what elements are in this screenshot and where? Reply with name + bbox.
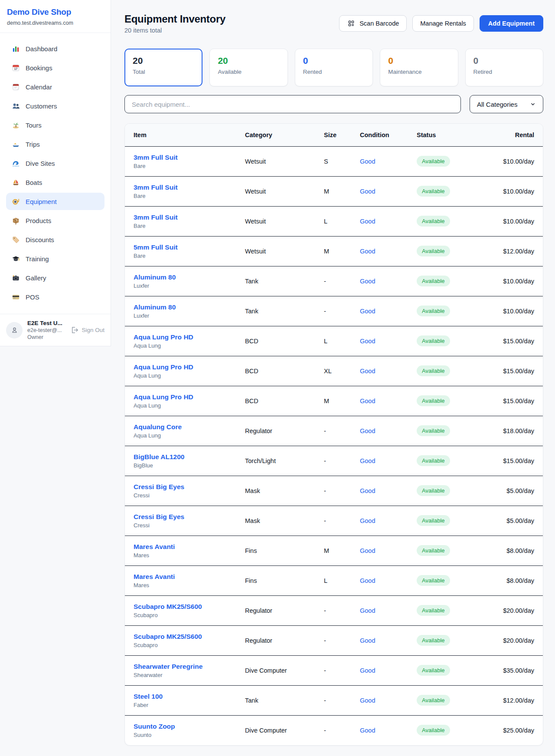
item-name-link[interactable]: Scubapro MK25/S600: [134, 633, 245, 641]
item-brand: Luxfer: [134, 312, 245, 319]
nav-item-label: Gallery: [26, 274, 46, 282]
item-condition[interactable]: Good: [360, 727, 375, 734]
item-brand: Bare: [134, 163, 245, 169]
item-condition[interactable]: Good: [360, 697, 375, 704]
item-name-link[interactable]: 5mm Full Suit: [134, 243, 245, 251]
manage-rentals-button[interactable]: Manage Rentals: [412, 15, 474, 32]
sidebar-item-boats[interactable]: Boats: [6, 174, 104, 191]
sidebar-item-dive-sites[interactable]: Dive Sites: [6, 154, 104, 172]
sidebar-item-training[interactable]: Training: [6, 250, 104, 267]
item-condition[interactable]: Good: [360, 487, 375, 494]
item-condition[interactable]: Good: [360, 278, 375, 285]
item-brand: BigBlue: [134, 462, 245, 469]
item-condition[interactable]: Good: [360, 427, 375, 434]
tag-icon: [11, 235, 20, 244]
item-rental-rate: $5.00/day: [484, 506, 543, 536]
sidebar-item-calendar[interactable]: Calendar: [6, 78, 104, 95]
status-badge: Available: [417, 395, 450, 406]
item-name-link[interactable]: Suunto Zoop: [134, 723, 245, 730]
item-name-link[interactable]: Mares Avanti: [134, 543, 245, 551]
column-header-item: Item: [125, 124, 245, 146]
item-name-link[interactable]: Aluminum 80: [134, 273, 245, 281]
item-brand: Aqua Lung: [134, 432, 245, 439]
item-name-link[interactable]: 3mm Full Suit: [134, 214, 245, 221]
item-name-link[interactable]: Aqua Lung Pro HD: [134, 393, 245, 401]
item-rental-rate: $20.00/day: [484, 625, 543, 655]
item-name-link[interactable]: Aqualung Core: [134, 423, 245, 431]
stat-card-total[interactable]: 20 Total: [124, 49, 202, 86]
equipment-inventory-page: Demo Dive Shop demo.test.divestreams.com…: [0, 0, 555, 756]
scan-barcode-button[interactable]: Scan Barcode: [339, 15, 407, 32]
item-name-link[interactable]: 3mm Full Suit: [134, 154, 245, 161]
item-name-link[interactable]: Aqua Lung Pro HD: [134, 363, 245, 371]
item-condition[interactable]: Good: [360, 607, 375, 614]
item-condition[interactable]: Good: [360, 368, 375, 375]
item-rental-rate: $15.00/day: [484, 326, 543, 356]
item-condition[interactable]: Good: [360, 667, 375, 674]
item-name-link[interactable]: Cressi Big Eyes: [134, 483, 245, 491]
item-category: Regulator: [245, 625, 324, 655]
item-category: BCD: [245, 386, 324, 416]
sidebar-item-equipment[interactable]: Equipment: [6, 193, 104, 210]
item-name-link[interactable]: Aqua Lung Pro HD: [134, 333, 245, 341]
stat-card-retired[interactable]: 0 Retired: [465, 49, 543, 86]
island-icon: [11, 121, 20, 129]
item-size: -: [324, 416, 360, 446]
sidebar-item-dashboard[interactable]: Dashboard: [6, 40, 104, 57]
sidebar-item-customers[interactable]: Customers: [6, 97, 104, 115]
sidebar-item-trips[interactable]: Trips: [6, 135, 104, 153]
nav-item-label: Bookings: [26, 64, 52, 72]
stat-label: Total: [133, 69, 194, 75]
item-condition[interactable]: Good: [360, 338, 375, 345]
stat-card-available[interactable]: 20 Available: [209, 49, 287, 86]
add-equipment-button[interactable]: Add Equipment: [480, 15, 543, 32]
sidebar-item-bookings[interactable]: 17 Bookings: [6, 59, 104, 76]
stat-value: 0: [303, 56, 365, 66]
column-header-category: Category: [245, 124, 324, 146]
item-name-link[interactable]: Shearwater Peregrine: [134, 663, 245, 671]
sidebar-item-gallery[interactable]: Gallery: [6, 269, 104, 286]
search-input[interactable]: [124, 95, 461, 113]
sidebar-item-pos[interactable]: POS: [6, 288, 104, 306]
sidebar-item-tours[interactable]: Tours: [6, 116, 104, 134]
item-category: Wetsuit: [245, 146, 324, 176]
item-condition[interactable]: Good: [360, 188, 375, 195]
sidebar-item-products[interactable]: Products: [6, 212, 104, 229]
stat-label: Maintenance: [388, 69, 450, 75]
item-condition[interactable]: Good: [360, 248, 375, 255]
item-condition[interactable]: Good: [360, 218, 375, 225]
stat-label: Available: [218, 69, 279, 75]
item-condition[interactable]: Good: [360, 308, 375, 315]
item-name-link[interactable]: 3mm Full Suit: [134, 184, 245, 191]
table-row: Suunto Zoop Suunto Dive Computer - Good …: [125, 715, 543, 745]
item-name-link[interactable]: Steel 100: [134, 693, 245, 700]
item-condition[interactable]: Good: [360, 637, 375, 644]
main-content: Equipment Inventory 20 items total Scan …: [124, 0, 543, 756]
item-name-link[interactable]: Aluminum 80: [134, 303, 245, 311]
shop-name[interactable]: Demo Dive Shop: [7, 7, 104, 17]
item-condition[interactable]: Good: [360, 517, 375, 524]
stat-card-rented[interactable]: 0 Rented: [295, 49, 373, 86]
stat-card-maintenance[interactable]: 0 Maintenance: [380, 49, 458, 86]
item-condition[interactable]: Good: [360, 457, 375, 464]
category-select[interactable]: All Categories: [470, 95, 543, 113]
item-rental-rate: $15.00/day: [484, 356, 543, 386]
status-badge: Available: [417, 335, 450, 346]
sidebar-nav: Dashboard 17 Bookings Calendar Customers: [0, 33, 111, 311]
sidebar-item-discounts[interactable]: Discounts: [6, 231, 104, 248]
status-badge: Available: [417, 605, 450, 616]
item-category: Dive Computer: [245, 715, 324, 745]
item-condition[interactable]: Good: [360, 577, 375, 584]
item-name-link[interactable]: Cressi Big Eyes: [134, 513, 245, 521]
item-name-link[interactable]: Scubapro MK25/S600: [134, 603, 245, 611]
item-size: -: [324, 595, 360, 625]
item-condition[interactable]: Good: [360, 547, 375, 554]
user-name: E2E Test U...: [27, 320, 65, 326]
stat-value: 0: [388, 56, 450, 66]
item-name-link[interactable]: BigBlue AL1200: [134, 453, 245, 461]
sign-out-button[interactable]: Sign Out: [70, 326, 104, 335]
item-size: M: [324, 386, 360, 416]
item-condition[interactable]: Good: [360, 158, 375, 165]
item-condition[interactable]: Good: [360, 398, 375, 404]
item-name-link[interactable]: Mares Avanti: [134, 573, 245, 581]
